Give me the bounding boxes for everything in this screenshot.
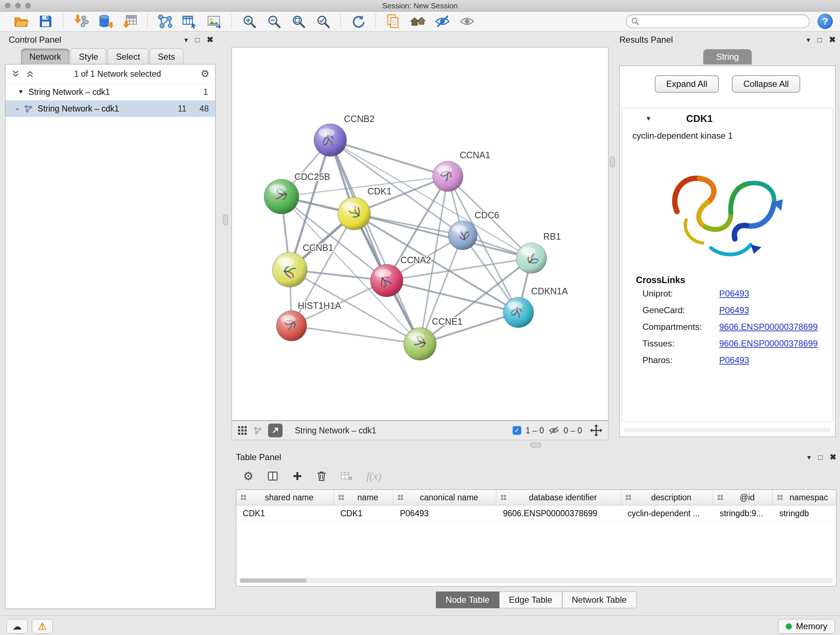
table-horizontal-scrollbar[interactable]	[239, 578, 833, 583]
network-graph[interactable]: CCNB2CCNA1CDC25BCDK1CDC6RB1CCNB1CCNA2CDK…	[232, 48, 608, 420]
home-button[interactable]	[409, 13, 427, 30]
network-node-CCNE1[interactable]	[404, 328, 436, 360]
left-splitter-handle[interactable]	[223, 214, 228, 225]
results-panel-close-icon[interactable]: ✖	[829, 35, 836, 44]
crosslink-tissues-link[interactable]: 9606.ENSP00000378699	[719, 339, 818, 348]
table-panel-close-icon[interactable]: ✖	[830, 453, 836, 462]
cell-namespace[interactable]: stringdb	[773, 505, 836, 521]
control-panel-close-icon[interactable]: ✖	[207, 35, 213, 44]
memory-button[interactable]: Memory	[778, 619, 835, 633]
network-node-CDK1[interactable]	[338, 197, 370, 230]
table-settings-button[interactable]: ⚙	[243, 469, 254, 483]
search-input[interactable]	[643, 16, 805, 27]
table-panel-collapse-icon[interactable]: ▾	[807, 453, 811, 462]
show-columns-button[interactable]	[267, 470, 278, 481]
delete-table-button[interactable]	[340, 471, 353, 481]
crosslink-genecard-link[interactable]: P06493	[719, 305, 749, 315]
column-header-id[interactable]: @id	[713, 490, 773, 505]
control-panel-collapse-icon[interactable]: ▾	[184, 35, 188, 44]
collapse-all-chevrons-icon[interactable]	[26, 70, 34, 78]
network-node-CDC25B[interactable]	[264, 179, 299, 214]
refresh-button[interactable]	[349, 13, 368, 30]
right-splitter-handle[interactable]	[610, 157, 615, 167]
cell-canonical-name[interactable]: P06493	[393, 505, 496, 521]
results-panel-scrollbar[interactable]	[624, 428, 831, 432]
network-node-CCNA2[interactable]	[370, 264, 403, 297]
crosslink-pharos-link[interactable]: P06493	[719, 355, 749, 365]
network-node-CCNB2[interactable]	[314, 124, 347, 157]
export-image-button[interactable]	[205, 13, 224, 30]
expand-all-chevrons-icon[interactable]	[11, 70, 20, 78]
network-node-CCNB1[interactable]	[272, 252, 307, 287]
zoom-out-button[interactable]	[264, 13, 283, 30]
import-network-database-button[interactable]	[96, 13, 115, 30]
horizontal-splitter-handle[interactable]	[531, 442, 541, 448]
cell-description[interactable]: cyclin-dependent ...	[621, 505, 714, 521]
open-session-button[interactable]	[11, 13, 30, 30]
collapse-all-button[interactable]: Collapse All	[732, 75, 800, 93]
results-panel-collapse-icon[interactable]: ▾	[806, 35, 810, 44]
tab-edge-table[interactable]: Edge Table	[499, 592, 562, 608]
title-bar[interactable]: Session: New Session	[0, 0, 840, 11]
copy-document-button[interactable]	[384, 13, 403, 30]
cell-database-identifier[interactable]: 9606.ENSP00000378699	[496, 505, 621, 521]
column-header-description[interactable]: description	[621, 490, 714, 505]
cell-name[interactable]: CDK1	[334, 505, 393, 521]
network-row-selected[interactable]: ● String Network – cdk1 11 48	[5, 100, 215, 117]
zoom-fit-button[interactable]	[289, 13, 308, 30]
import-table-file-button[interactable]	[120, 13, 139, 30]
disclosure-icon[interactable]: ▼	[18, 88, 24, 96]
function-builder-button[interactable]: f(x)	[366, 470, 382, 482]
network-node-RB1[interactable]	[516, 243, 546, 273]
network-node-CDKN1A[interactable]	[503, 297, 534, 328]
birdseye-view-button[interactable]	[268, 424, 283, 437]
expand-all-button[interactable]: Expand All	[655, 75, 719, 93]
gear-icon[interactable]: ⚙	[201, 68, 210, 80]
cloud-button[interactable]: ☁	[6, 619, 27, 633]
hide-selected-button[interactable]	[433, 13, 452, 30]
column-header-name[interactable]: name	[334, 490, 393, 505]
column-header-database-identifier[interactable]: database identifier	[496, 490, 621, 505]
tab-network[interactable]: Network	[21, 49, 69, 65]
column-header-shared-name[interactable]: shared name	[236, 490, 334, 505]
tab-network-table[interactable]: Network Table	[562, 592, 637, 608]
network-view-canvas[interactable]: CCNB2CCNA1CDC25BCDK1CDC6RB1CCNB1CCNA2CDK…	[232, 47, 608, 421]
hidden-eye-icon[interactable]	[548, 426, 559, 435]
gene-section-header[interactable]: ▼ CDK1	[622, 108, 833, 129]
network-node-CCNA1[interactable]	[433, 161, 463, 192]
network-node-HIST1H1A[interactable]	[276, 310, 307, 341]
cell-shared-name[interactable]: CDK1	[236, 505, 334, 521]
network-node-CDC6[interactable]	[448, 221, 477, 250]
scrollbar-thumb[interactable]	[240, 578, 307, 583]
save-session-button[interactable]	[36, 13, 55, 30]
disclosure-icon[interactable]: ▼	[645, 115, 652, 122]
search-box[interactable]	[626, 14, 810, 28]
network-collection-row[interactable]: ▼ String Network – cdk1 1	[5, 84, 215, 100]
tab-select[interactable]: Select	[107, 49, 148, 65]
pan-crosshair-icon[interactable]	[590, 424, 602, 437]
table-panel-float-icon[interactable]: □	[818, 453, 822, 462]
zoom-selected-button[interactable]	[314, 13, 332, 30]
tab-node-table[interactable]: Node Table	[436, 592, 499, 608]
grid-view-icon[interactable]	[238, 426, 247, 435]
zoom-in-button[interactable]	[240, 13, 259, 30]
import-network-file-button[interactable]	[71, 13, 90, 30]
tab-string[interactable]: String	[703, 49, 752, 65]
column-header-namespace[interactable]: namespac	[773, 490, 836, 505]
add-column-button[interactable]	[292, 470, 303, 481]
selected-checkbox[interactable]: ✓	[513, 426, 521, 435]
results-panel-float-icon[interactable]: □	[817, 36, 821, 44]
delete-column-button[interactable]	[317, 470, 327, 481]
crosslink-compartments-link[interactable]: 9606.ENSP00000378699	[719, 322, 818, 332]
show-all-button[interactable]	[458, 13, 477, 30]
control-panel-float-icon[interactable]: □	[195, 36, 199, 44]
network-view-mode-icon[interactable]	[253, 426, 262, 435]
tab-sets[interactable]: Sets	[149, 49, 183, 65]
column-header-canonical-name[interactable]: canonical name	[393, 490, 496, 505]
new-network-button[interactable]	[156, 13, 174, 30]
warnings-button[interactable]: ⚠	[32, 619, 53, 633]
cell-id[interactable]: stringdb:9...	[713, 505, 773, 521]
help-button[interactable]: ?	[818, 14, 833, 29]
crosslink-uniprot-link[interactable]: P06493	[719, 288, 749, 299]
tab-style[interactable]: Style	[71, 49, 106, 65]
